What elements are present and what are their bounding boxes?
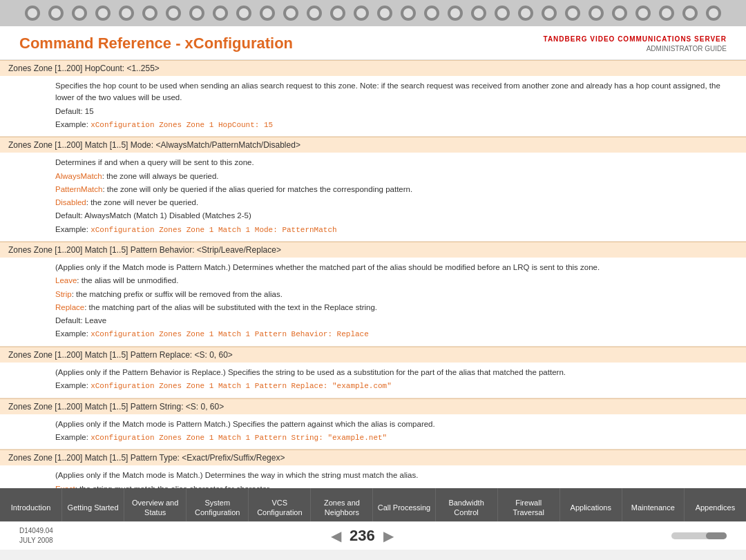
section-body-pattern-replace: (Applies only if the Pattern Behavior is… — [0, 363, 746, 398]
footer-scrollbar[interactable] — [671, 532, 727, 539]
page-number: 236 — [350, 527, 375, 545]
pattern-string-example-code: xConfiguration Zones Zone 1 Match 1 Patt… — [90, 434, 387, 442]
section-header-pattern-string: Zones Zone [1..200] Match [1..5] Pattern… — [0, 398, 746, 414]
spiral-ring — [330, 6, 345, 21]
spiral-ring — [166, 6, 181, 21]
footer-doc-id: D14049.04 — [19, 526, 53, 536]
match-mode-desc: Determines if and when a query will be s… — [55, 157, 738, 168]
spiral-ring — [635, 6, 651, 21]
match-mode-pattern: PatternMatch: the zone will only be quer… — [55, 184, 738, 195]
footer-doc-info: D14049.04 JULY 2008 — [19, 526, 53, 545]
section-body-hopcount: Specifies the hop count to be used when … — [0, 76, 746, 137]
spiral-ring — [682, 6, 698, 21]
doc-footer: D14049.04 JULY 2008 ◀ 236 ▶ — [0, 521, 746, 550]
hopcount-example-code: xConfiguration Zones Zone 1 HopCount: 15 — [90, 121, 273, 129]
spiral-ring — [659, 6, 674, 21]
spiral-ring — [706, 6, 721, 21]
tab-applications[interactable]: Applications — [560, 488, 622, 521]
spiral-ring — [377, 6, 392, 21]
hopcount-desc: Specifies the hop count to be used when … — [55, 80, 738, 104]
prev-page-arrow[interactable]: ◀ — [331, 528, 341, 544]
tab-introduction[interactable]: Introduction — [0, 488, 62, 521]
tab-system-configuration[interactable]: System Configuration — [186, 488, 249, 521]
pattern-strip: Strip: the matching prefix or suffix wil… — [55, 289, 738, 300]
pattern-replace: Replace: the matching part of the alias … — [55, 302, 738, 313]
spiral-ring — [401, 6, 416, 21]
spiral-ring — [589, 6, 604, 21]
tab-appendices[interactable]: Appendices — [685, 488, 746, 521]
footer-date: JULY 2008 — [19, 536, 53, 545]
always-match-keyword: AlwaysMatch — [55, 172, 102, 180]
match-mode-default: Default: AlwaysMatch (Match 1) Disabled … — [55, 210, 738, 222]
tab-call-processing[interactable]: Call Processing — [373, 488, 435, 521]
pattern-leave: Leave: the alias will be unmodified. — [55, 275, 738, 287]
replace-keyword: Replace — [55, 303, 84, 311]
hopcount-default: Default: 15 — [55, 106, 738, 117]
spiral-binding — [0, 0, 746, 26]
pattern-behavior-example-label: Example: xConfiguration Zones Zone 1 Mat… — [55, 328, 738, 340]
spiral-ring — [48, 6, 64, 21]
pattern-behavior-default: Default: Leave — [55, 315, 738, 327]
tab-getting-started[interactable]: Getting Started — [62, 488, 124, 521]
document: Command Reference - xConfiguration TANDB… — [0, 26, 746, 521]
section-body-pattern-behavior: (Applies only if the Match mode is Patte… — [0, 258, 746, 347]
spiral-ring — [542, 6, 557, 21]
spiral-ring — [565, 6, 580, 21]
pattern-behavior-example-code: xConfiguration Zones Zone 1 Match 1 Patt… — [90, 330, 369, 338]
spiral-ring — [518, 6, 533, 21]
footer-scrollbar-thumb — [706, 532, 727, 539]
hopcount-example-label: Example: xConfiguration Zones Zone 1 Hop… — [55, 119, 738, 131]
pattern-string-example-label: Example: xConfiguration Zones Zone 1 Mat… — [55, 432, 738, 444]
spiral-ring — [495, 6, 510, 21]
spiral-ring — [142, 6, 157, 21]
tab-maintenance[interactable]: Maintenance — [622, 488, 685, 521]
tab-bandwidth-control[interactable]: Bandwidth Control — [436, 488, 498, 521]
pattern-string-desc: (Applies only if the Match mode is Patte… — [55, 418, 738, 430]
section-header-hopcount: Zones Zone [1..200] HopCount: <1..255> — [0, 60, 746, 76]
pattern-type-desc: (Applies only if the Match mode is Match… — [55, 470, 738, 481]
section-header-pattern-type: Zones Zone [1..200] Match [1..5] Pattern… — [0, 450, 746, 465]
spiral-ring — [213, 6, 228, 21]
pattern-replace-example-label: Example: xConfiguration Zones Zone 1 Mat… — [55, 380, 738, 392]
footer-pagination: ◀ 236 ▶ — [331, 527, 394, 545]
pattern-replace-example-code: xConfiguration Zones Zone 1 Match 1 Patt… — [90, 382, 392, 390]
tab-firewall-traversal[interactable]: Firewall Traversal — [498, 488, 560, 521]
spiral-ring — [448, 6, 463, 21]
pattern-exact: Exact: the string must match the alias c… — [55, 483, 738, 489]
next-page-arrow[interactable]: ▶ — [383, 528, 394, 544]
doc-title: Command Reference - xConfiguration — [19, 35, 293, 52]
disabled-keyword: Disabled — [55, 198, 86, 206]
strip-keyword: Strip — [55, 290, 72, 298]
brand-name: TANDBERG VIDEO COMMUNICATIONS SERVER — [544, 35, 727, 44]
doc-header: Command Reference - xConfiguration TANDB… — [0, 26, 746, 60]
spiral-ring — [189, 6, 204, 21]
spiral-ring — [307, 6, 322, 21]
section-body-pattern-type: (Applies only if the Match mode is Match… — [0, 465, 746, 488]
content-area: Zones Zone [1..200] HopCount: <1..255> S… — [0, 60, 746, 488]
spiral-ring — [424, 6, 439, 21]
spiral-ring — [72, 6, 87, 21]
pattern-behavior-desc: (Applies only if the Match mode is Patte… — [55, 262, 738, 273]
match-mode-always: AlwaysMatch: the zone will always be que… — [55, 171, 738, 182]
section-body-match-mode: Determines if and when a query will be s… — [0, 153, 746, 242]
brand-guide: ADMINISTRATOR GUIDE — [544, 44, 727, 54]
spiral-ring — [119, 6, 134, 21]
spiral-ring — [612, 6, 627, 21]
section-header-match-mode: Zones Zone [1..200] Match [1..5] Mode: <… — [0, 137, 746, 153]
footer-scrollbar-area — [671, 532, 727, 539]
spiral-ring — [354, 6, 369, 21]
bottom-nav: Introduction Getting Started Overview an… — [0, 488, 746, 521]
tab-overview-status[interactable]: Overview and Status — [124, 488, 186, 521]
spiral-ring — [236, 6, 251, 21]
leave-keyword: Leave — [55, 276, 77, 284]
spiral-ring — [471, 6, 486, 21]
section-header-pattern-replace: Zones Zone [1..200] Match [1..5] Pattern… — [0, 347, 746, 363]
match-mode-example-label: Example: xConfiguration Zones Zone 1 Mat… — [55, 224, 738, 236]
section-header-pattern-behavior: Zones Zone [1..200] Match [1..5] Pattern… — [0, 242, 746, 258]
tab-vcs-configuration[interactable]: VCS Configuration — [249, 488, 311, 521]
match-mode-example-code: xConfiguration Zones Zone 1 Match 1 Mode… — [90, 226, 336, 234]
tab-zones-neighbors[interactable]: Zones and Neighbors — [311, 488, 373, 521]
spiral-ring — [25, 6, 40, 21]
pattern-match-keyword: PatternMatch — [55, 185, 102, 193]
section-body-pattern-string: (Applies only if the Match mode is Patte… — [0, 414, 746, 450]
